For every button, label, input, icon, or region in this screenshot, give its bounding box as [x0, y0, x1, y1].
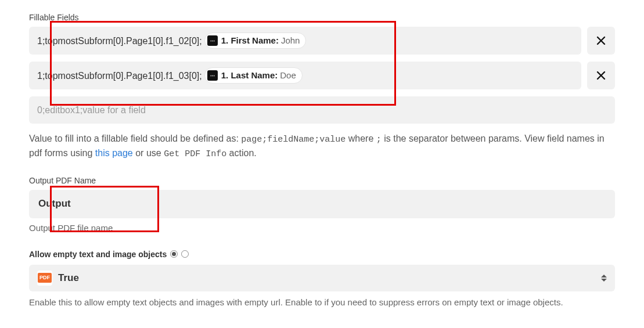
allow-empty-sub: Enable this to allow empty text objects …: [29, 296, 615, 309]
fillable-field-input[interactable]: 1;topmostSubform[0].Page1[0].f1_03[0]; ⋯…: [29, 62, 581, 89]
output-pdf-name-sub: Output PDF file name: [29, 222, 615, 235]
chip-value: Doe: [280, 69, 296, 82]
pdf-icon: PDF: [37, 271, 52, 286]
chip-source-icon: ⋯: [207, 35, 218, 46]
output-pdf-name-label: Output PDF Name: [29, 175, 615, 186]
fillable-help-text: Value to fill into a fillable field shou…: [29, 132, 615, 161]
close-icon: [596, 36, 606, 45]
chip-label: 1. Last Name:: [221, 69, 278, 82]
field-value-chip[interactable]: ⋯ 1. First Name: John: [204, 33, 307, 49]
fillable-prefix: 1;topmostSubform[0].Page1[0].f1_03[0];: [37, 69, 202, 82]
allow-empty-radio-off[interactable]: [181, 250, 189, 258]
field-names-link[interactable]: this page: [95, 148, 133, 158]
fillable-placeholder-input[interactable]: 0;editbox1;value for a field: [29, 96, 615, 124]
fillable-row: 1;topmostSubform[0].Page1[0].f1_03[0]; ⋯…: [29, 62, 615, 89]
allow-empty-label: Allow empty text and image objects: [29, 248, 167, 260]
chip-label: 1. First Name:: [221, 34, 279, 47]
fillable-row: 1;topmostSubform[0].Page1[0].f1_02[0]; ⋯…: [29, 27, 615, 55]
allow-empty-select[interactable]: PDF True: [29, 265, 615, 291]
remove-row-button[interactable]: [587, 27, 615, 55]
output-pdf-name-input[interactable]: Output: [29, 190, 615, 218]
chip-source-icon: ⋯: [207, 70, 218, 81]
fillable-field-input[interactable]: 1;topmostSubform[0].Page1[0].f1_02[0]; ⋯…: [29, 27, 581, 55]
allow-empty-radio-on[interactable]: [170, 250, 178, 258]
chip-value: John: [281, 34, 300, 47]
allow-empty-value: True: [58, 271, 79, 286]
select-arrows-icon: [601, 275, 607, 282]
remove-row-button[interactable]: [587, 62, 615, 89]
fillable-fields-label: Fillable Fields: [29, 12, 615, 23]
close-icon: [596, 71, 606, 80]
field-value-chip[interactable]: ⋯ 1. Last Name: Doe: [204, 67, 303, 84]
fillable-prefix: 1;topmostSubform[0].Page1[0].f1_02[0];: [37, 34, 202, 48]
